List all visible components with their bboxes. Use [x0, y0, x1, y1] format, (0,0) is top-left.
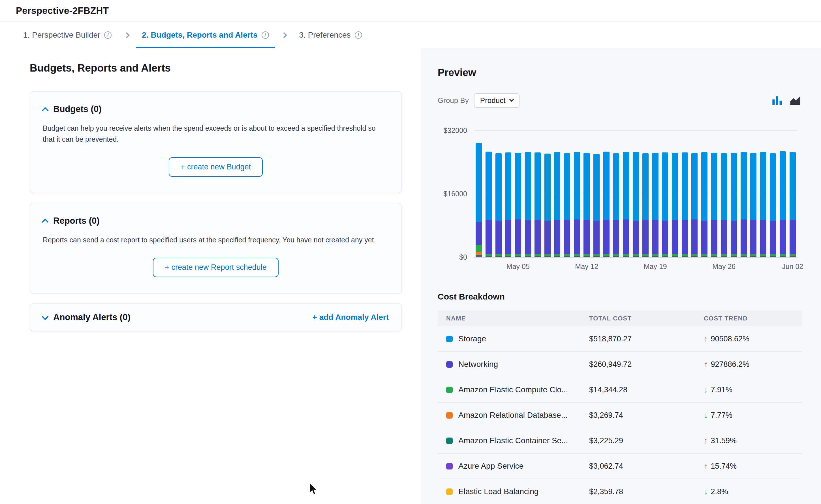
chart-bar-segment	[593, 154, 599, 220]
group-by-label: Group By	[438, 96, 469, 105]
legend-color-icon	[446, 438, 453, 444]
y-axis-tick-label: $16000	[438, 190, 467, 198]
chart-bar	[721, 153, 727, 257]
info-icon[interactable]	[104, 31, 111, 39]
chevron-down-icon	[42, 313, 48, 320]
chart-bar-segment	[525, 257, 531, 257]
chart-bar-segment	[731, 257, 737, 257]
chart-bar-segment	[623, 219, 629, 254]
anomaly-alerts-card-header[interactable]: Anomaly Alerts (0)	[43, 312, 130, 322]
trend-down-arrow-icon: ↓	[704, 487, 708, 496]
chart-bar-segment	[750, 153, 757, 220]
x-axis-tick-label: May 12	[575, 262, 598, 271]
chart-bar-segment	[515, 219, 521, 254]
chart-bar-segment	[554, 257, 560, 257]
chart-bar-segment	[731, 221, 737, 254]
total-cost: $260,949.72	[589, 360, 704, 369]
service-name-cell: Amazon Elastic Container Se...	[438, 436, 589, 445]
trend-down-arrow-icon: ↓	[704, 385, 708, 395]
chart-bar-segment	[534, 220, 541, 254]
group-by-dropdown[interactable]: Product	[474, 93, 520, 108]
chart-bar	[515, 153, 521, 257]
budgets-description: Budget can help you receive alerts when …	[43, 123, 389, 145]
anomaly-alerts-card-title: Anomaly Alerts (0)	[53, 312, 130, 322]
chart-bar	[672, 153, 678, 257]
chart-bar-segment	[643, 220, 649, 254]
chart-bar-segment	[770, 257, 776, 257]
chart-bar	[544, 154, 551, 257]
budgets-card-header[interactable]: Budgets (0)	[43, 104, 389, 114]
chart-bar	[495, 153, 502, 257]
total-cost: $14,344.28	[589, 385, 704, 394]
chart-bar	[643, 153, 649, 257]
cost-trend-cell: ↑31.59%	[704, 436, 802, 445]
info-icon[interactable]	[262, 31, 269, 39]
chart-bar	[652, 153, 659, 257]
cost-breakdown-heading: Cost Breakdown	[438, 292, 802, 301]
chart-gridline	[474, 130, 798, 131]
tab-perspective-builder[interactable]: 1. Perspective Builder	[18, 22, 117, 48]
create-report-schedule-button[interactable]: + create new Report schedule	[153, 258, 278, 277]
budgets-card-title: Budgets (0)	[53, 104, 102, 114]
x-axis-tick-label: May 26	[712, 262, 736, 271]
budgets-reports-alerts-panel: Budgets, Reports and Alerts Budgets (0) …	[0, 48, 421, 504]
chart-bar-segment	[495, 153, 502, 220]
tab-budgets-reports-alerts[interactable]: 2. Budgets, Reports and Alerts	[136, 22, 274, 48]
chart-bar-segment	[603, 220, 609, 254]
trend-percent: 7.77%	[711, 411, 733, 420]
chart-bar-segment	[476, 257, 482, 257]
chart-bar-segment	[741, 257, 747, 257]
tab-label: 2. Budgets, Reports and Alerts	[142, 31, 257, 40]
chart-bar	[554, 152, 560, 257]
area-chart-icon[interactable]	[789, 94, 802, 107]
info-icon[interactable]	[355, 31, 362, 39]
chart-bar-segment	[505, 152, 511, 220]
chart-bar-segment	[583, 220, 590, 254]
chevron-up-icon	[42, 107, 48, 114]
chart-bar	[593, 154, 599, 257]
chart-bar-segment	[593, 257, 599, 257]
x-axis-tick-label: May 19	[644, 262, 667, 271]
service-name: Amazon Relational Database...	[458, 411, 567, 420]
chart-bar-segment	[682, 220, 688, 254]
chart-bar-segment	[534, 257, 541, 257]
chart-bar	[583, 153, 590, 257]
chart-bar-segment	[564, 257, 570, 257]
chart-bar-segment	[790, 220, 796, 254]
chart-bar-segment	[682, 152, 688, 220]
cost-trend-cell: ↑15.74%	[704, 462, 802, 471]
chart-bar-segment	[691, 153, 698, 219]
bar-chart-icon[interactable]	[771, 94, 784, 107]
service-name: Elastic Load Balancing	[458, 487, 538, 496]
trend-percent: 31.59%	[711, 436, 737, 445]
create-budget-button[interactable]: + create new Budget	[169, 157, 263, 177]
reports-card-header[interactable]: Reports (0)	[43, 216, 389, 226]
chart-bar-segment	[741, 152, 747, 219]
chart-bar	[613, 153, 619, 257]
service-name-cell: Storage	[438, 334, 589, 343]
trend-up-arrow-icon: ↑	[704, 462, 708, 471]
trend-up-arrow-icon: ↑	[704, 334, 708, 344]
tab-preferences[interactable]: 3. Preferences	[294, 22, 368, 48]
legend-color-icon	[446, 412, 453, 419]
chart-bar-segment	[662, 221, 668, 254]
add-anomaly-alert-link[interactable]: + add Anomaly Alert	[313, 313, 389, 322]
chart-bar	[534, 152, 541, 257]
table-row: Amazon Elastic Container Se...$3,225.29↑…	[438, 428, 802, 454]
table-row: Azure App Service$3,062.74↑15.74%	[438, 454, 802, 479]
chart-bar-segment	[476, 245, 482, 252]
cost-trend-cell: ↓7.91%	[704, 385, 802, 395]
trend-up-arrow-icon: ↑	[704, 436, 708, 445]
chart-bar-segment	[750, 220, 757, 254]
chart-bar-segment	[691, 219, 698, 254]
service-name-cell: Elastic Load Balancing	[438, 487, 589, 496]
chart-bar	[623, 152, 629, 257]
chart-bar	[741, 152, 747, 257]
total-cost: $3,269.74	[589, 411, 704, 420]
cost-trend-cell: ↑927886.2%	[704, 360, 802, 369]
window-header: Perspective-2FBZHT	[0, 0, 821, 22]
chart-bar-segment	[495, 221, 502, 254]
tab-label: 3. Preferences	[299, 31, 351, 40]
column-header: NAME	[438, 315, 589, 322]
section-heading: Budgets, Reports and Alerts	[30, 62, 402, 74]
